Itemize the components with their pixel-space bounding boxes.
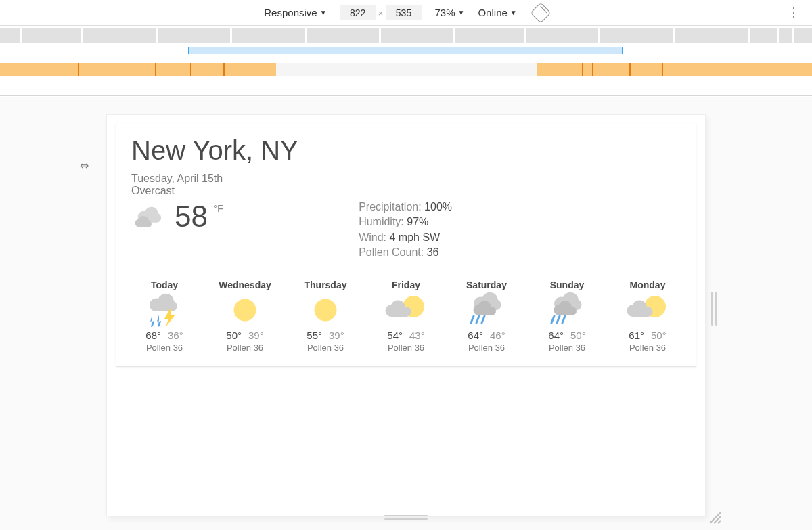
sun-icon [212,290,278,330]
device-dropdown[interactable]: Responsive ▼ [264,7,326,18]
ruler-divider [0,95,812,96]
ruler-tick [230,28,232,43]
resize-bottom-handle[interactable] [384,515,428,521]
forecast-day: Wednesday50°39°Pollen 36 [212,280,278,353]
network-dropdown[interactable]: Online ▼ [478,7,516,18]
breakpoint-line[interactable] [662,63,663,76]
forecast-day: Saturday64°46°Pollen 36 [453,280,520,353]
responsive-viewport: New York, NY Tuesday, April 15th Overcas… [106,114,706,516]
pollen-value: 36 [427,246,439,258]
storm-icon [131,290,198,330]
day-name: Saturday [453,280,520,290]
breakpoint-segment[interactable] [0,63,276,76]
day-temps: 68°36° [131,330,198,341]
low-temp: 46° [490,330,505,341]
forecast-day: Friday54°43°Pollen 36 [373,280,439,353]
sun-icon [292,290,359,330]
breakpoint-line[interactable] [223,63,225,76]
zoom-dropdown-label: 73% [435,7,455,18]
precipitation-label: Precipitation: [359,201,422,213]
breakpoint-ruler [0,26,812,97]
current-temp: 58 [175,200,208,234]
more-options-icon[interactable]: ⋮ [788,6,800,18]
ruler-grey-track[interactable] [0,28,812,43]
ruler-tick [598,28,600,43]
pollen-label: Pollen Count: [359,246,424,258]
network-dropdown-label: Online [478,7,507,18]
partly-icon [373,290,439,330]
resize-right-handle[interactable] [708,292,721,326]
ruler-tick [673,28,675,43]
breakpoint-line[interactable] [582,63,583,76]
breakpoint-segment[interactable] [537,63,812,76]
humidity-value: 97% [407,216,428,227]
ruler-tick [792,28,794,43]
wind-label: Wind: [359,231,386,243]
high-temp: 50° [226,330,242,341]
forecast-day: Sunday64°50°Pollen 36 [534,280,600,353]
high-temp: 55° [307,330,322,341]
low-temp: 43° [409,330,425,341]
caret-down-icon: ▼ [458,9,465,16]
overcast-icon [131,200,169,235]
partly-icon [614,290,681,330]
ruler-tick [524,28,526,43]
current-weather: 58 °F [131,200,223,261]
day-name: Monday [614,280,681,290]
low-temp: 50° [651,330,667,341]
ruler-tick [81,28,83,43]
high-temp: 54° [387,330,403,341]
day-pollen: Pollen 36 [212,343,278,353]
rain-icon [534,290,600,330]
height-input[interactable] [386,5,422,20]
location-title: New York, NY [131,135,681,166]
forecast-row: Today68°36°Pollen 36Wednesday50°39°Polle… [131,280,681,353]
day-temps: 54°43° [373,330,439,341]
day-pollen: Pollen 36 [534,343,600,353]
condition-text: Overcast [131,185,681,197]
width-input[interactable] [340,5,376,20]
breakpoint-line[interactable] [592,63,593,76]
low-temp: 39° [248,330,264,341]
wind-value: 4 mph SW [389,231,440,243]
viewport-area: ⇔ New York, NY Tuesday, April 15th Overc… [0,97,812,530]
day-name: Today [131,280,198,290]
resize-corner-handle[interactable] [707,510,722,525]
day-temps: 64°46° [453,330,520,341]
ruler-orange-track[interactable] [0,63,812,76]
low-temp: 36° [168,330,183,341]
humidity-label: Humidity: [359,216,404,227]
breakpoint-line[interactable] [155,63,156,76]
ruler-tick [304,28,307,43]
ruler-tick [748,28,750,43]
breakpoint-line[interactable] [629,63,631,76]
zoom-dropdown[interactable]: 73% ▼ [435,7,465,18]
weather-card: New York, NY Tuesday, April 15th Overcas… [116,123,696,367]
low-temp: 50° [570,330,586,341]
caret-down-icon: ▼ [510,9,517,16]
precipitation-value: 100% [424,201,452,213]
rain-icon [453,290,520,330]
day-temps: 64°50° [534,330,600,341]
day-pollen: Pollen 36 [373,343,439,353]
ruler-tick [777,28,779,43]
ruler-blue-span[interactable] [188,47,623,54]
ruler-tick [453,28,455,43]
dimension-x-label: × [378,8,384,18]
day-name: Sunday [534,280,600,290]
device-dropdown-label: Responsive [264,7,317,18]
breakpoint-line[interactable] [190,63,191,76]
resize-left-handle[interactable]: ⇔ [80,159,89,172]
breakpoint-line[interactable] [78,63,79,76]
forecast-day: Thursday55°39°Pollen 36 [292,280,359,353]
high-temp: 61° [629,330,644,341]
day-name: Friday [373,280,439,290]
ruler-tick [156,28,158,43]
low-temp: 39° [329,330,344,341]
rotate-icon[interactable] [530,2,551,23]
day-pollen: Pollen 36 [292,343,359,353]
temp-unit: °F [213,202,223,214]
forecast-day: Monday61°50°Pollen 36 [614,280,681,353]
day-temps: 50°39° [212,330,278,341]
weather-stats: Precipitation: 100% Humidity: 97% Wind: … [359,200,452,261]
